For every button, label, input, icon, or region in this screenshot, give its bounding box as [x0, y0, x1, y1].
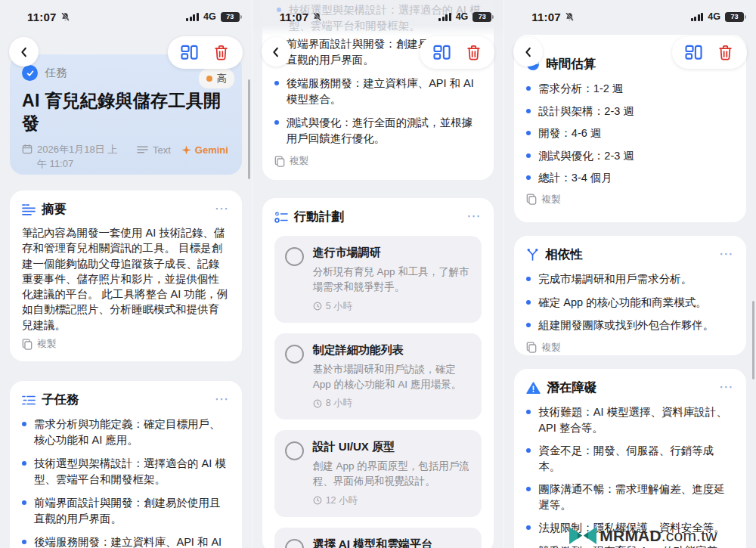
subtasks-list: 需求分析與功能定義：確定目標用戶、核心功能和 AI 應用。技術選型與架構設計：選…	[22, 416, 230, 548]
bullet-dot-icon	[274, 120, 279, 125]
bell-slash-icon	[312, 12, 322, 22]
action-plan-item[interactable]: 進行市場調研 分析現有育兒 App 和工具，了解市場需求和競爭對手。 5 小時	[274, 236, 482, 323]
dependency-item: 完成市場調研和用戶需求分析。	[526, 271, 734, 287]
three-phone-screenshots: 11:07 4G 73	[0, 0, 756, 548]
copy-icon	[274, 156, 285, 167]
task-header-card: 任務 高 AI 育兒紀錄與儲存工具開發 2026年1月18日 上午 11:07	[10, 54, 242, 175]
bullet-dot-icon	[526, 410, 531, 414]
summary-menu-button[interactable]: ⋯	[215, 200, 230, 217]
trash-button[interactable]	[466, 45, 482, 61]
obstacle-item: 資金不足：開發、伺服器、行銷等成本。	[526, 443, 734, 474]
clock-icon	[313, 496, 322, 505]
screen-middle: 前端界面設計與開發：創建易於使用且直觀的用戶界面。後端服務開發：建立資料庫、AP…	[253, 0, 504, 548]
copy-icon	[22, 339, 33, 350]
bullet-dot-icon	[22, 422, 26, 426]
layout-view-button[interactable]	[433, 45, 451, 60]
checkbox[interactable]	[285, 539, 304, 548]
dependencies-card: 相依性 ⋯ 完成市場調研和用戶需求分析。確定 App 的核心功能和商業模式。組建…	[514, 236, 746, 355]
summary-icon	[22, 203, 36, 215]
checkbox[interactable]	[285, 247, 304, 266]
subtask-item: 技術選型與架構設計：選擇適合的 AI 模型、雲端平台和開發框架。	[22, 456, 230, 487]
bullet-dot-icon	[22, 461, 26, 466]
mrmad-logo-icon	[568, 525, 598, 546]
dependencies-list: 完成市場調研和用戶需求分析。確定 App 的核心功能和商業模式。組建開發團隊或找…	[526, 271, 734, 333]
note-actions-pill	[672, 36, 747, 69]
plan-item-duration: 12 小時	[313, 494, 472, 507]
time-item: 設計與架構：2-3 週	[526, 104, 734, 119]
status-time: 11:07	[280, 11, 309, 23]
summary-body: 筆記內容為開發一套使用 AI 技術記錄、儲存和管理育兒相關資訊的工具。 目標是創…	[22, 225, 230, 333]
note-title: AI 育兒紀錄與儲存工具開發	[22, 89, 230, 135]
obstacles-menu-button[interactable]: ⋯	[719, 378, 734, 395]
bullet-dot-icon	[526, 323, 531, 327]
action-plan-card: 行動計劃 ⋯ 進行市場調研 分析現有育兒 App 和工具，了解市場需求和競爭對手…	[262, 198, 494, 548]
back-button[interactable]	[9, 37, 39, 67]
watermark-text: MRMAD.com.tw	[600, 527, 717, 545]
note-actions-pill	[420, 36, 494, 69]
text-lines-icon	[137, 145, 148, 154]
subtasks-menu-button[interactable]: ⋯	[215, 390, 230, 407]
bell-slash-icon	[60, 12, 70, 22]
network-label: 4G	[203, 11, 216, 22]
summary-card: 摘要 ⋯ 筆記內容為開發一套使用 AI 技術記錄、儲存和管理育兒相關資訊的工具。…	[10, 190, 242, 361]
layout-view-button[interactable]	[685, 45, 702, 60]
bullet-dot-icon	[526, 109, 531, 113]
copy-button[interactable]: 複製	[526, 193, 734, 206]
time-estimate-list: 需求分析：1-2 週設計與架構：2-3 週開發：4-6 週測試與優化：2-3 週…	[526, 81, 734, 186]
bullet-dot-icon	[526, 487, 531, 491]
status-time: 11:07	[531, 11, 561, 23]
copy-button[interactable]: 複製	[526, 341, 734, 354]
copy-button[interactable]: 複製	[274, 154, 482, 168]
scrollbar[interactable]	[752, 301, 754, 379]
screen-right: 時間估算 ⋯ 需求分析：1-2 週設計與架構：2-3 週開發：4-6 週測試與優…	[504, 0, 756, 548]
battery-icon: 73	[472, 12, 491, 22]
subtask-item: 後端服務開發：建立資料庫、API 和 AI 模型整合。	[274, 76, 482, 107]
scrollbar[interactable]	[248, 79, 250, 179]
bullet-dot-icon	[526, 175, 531, 180]
subtask-item: 後端服務開發：建立資料庫、API 和 AI 模型整合。	[22, 534, 230, 548]
layout-view-button[interactable]	[181, 45, 198, 60]
signal-icon	[691, 13, 704, 21]
action-plan-item[interactable]: 選擇 AI 模型和雲端平台 評估不同的 AI 模型（例如圖像識別、自然語言處理）…	[274, 528, 482, 548]
trash-button[interactable]	[213, 45, 229, 61]
network-label: 4G	[456, 11, 469, 22]
trash-button[interactable]	[717, 45, 733, 61]
action-plan-item[interactable]: 制定詳細功能列表 基於市場調研和用戶訪談，確定 App 的核心功能和 AI 應用…	[274, 333, 482, 420]
bullet-dot-icon	[274, 81, 279, 85]
action-plan-item[interactable]: 設計 UI/UX 原型 創建 App 的界面原型，包括用戶流程、界面佈局和視覺設…	[274, 430, 482, 517]
battery-icon: 73	[221, 12, 240, 22]
action-plan-list: 進行市場調研 分析現有育兒 App 和工具，了解市場需求和競爭對手。 5 小時	[274, 236, 482, 548]
priority-dot-icon	[206, 76, 212, 82]
checkbox[interactable]	[285, 441, 304, 460]
obstacles-title: 潛在障礙	[547, 379, 596, 396]
subtasks-title: 子任務	[42, 392, 79, 408]
dependencies-menu-button[interactable]: ⋯	[719, 245, 734, 262]
calendar-icon	[22, 144, 33, 172]
obstacles-card: 潛在障礙 ⋯ 技術難題：AI 模型選擇、資料庫設計、API 整合等。資金不足：開…	[514, 369, 746, 548]
priority-badge: 高	[199, 69, 234, 88]
network-label: 4G	[708, 11, 720, 22]
obstacle-item: 團隊溝通不暢：需求理解偏差、進度延遲等。	[526, 481, 734, 512]
sparkle-icon	[181, 145, 191, 155]
bullet-dot-icon	[526, 277, 531, 281]
chevron-left-icon	[522, 45, 535, 59]
back-button[interactable]	[262, 37, 291, 67]
bullet-dot-icon	[526, 131, 531, 135]
status-time: 11:07	[27, 11, 57, 23]
plan-item-desc: 基於市場調研和用戶訪談，確定 App 的核心功能和 AI 應用場景。	[313, 362, 472, 393]
note-actions-pill	[168, 36, 243, 69]
chevron-left-icon	[17, 45, 31, 59]
plan-item-duration: 8 小時	[313, 397, 472, 410]
action-plan-title: 行動計劃	[294, 209, 344, 225]
bullet-dot-icon	[526, 525, 531, 530]
copy-icon	[526, 342, 537, 353]
bullet-dot-icon	[22, 500, 26, 505]
clock-icon	[313, 399, 322, 408]
dependency-item: 組建開發團隊或找到外包合作夥伴。	[526, 317, 734, 333]
copy-button[interactable]: 複製	[22, 337, 230, 351]
watermark: MRMAD.com.tw	[568, 525, 717, 546]
task-check-icon	[22, 65, 38, 81]
action-plan-menu-button[interactable]: ⋯	[466, 207, 482, 224]
checkbox[interactable]	[285, 345, 304, 364]
time-estimate-title: 時間估算	[546, 56, 596, 73]
